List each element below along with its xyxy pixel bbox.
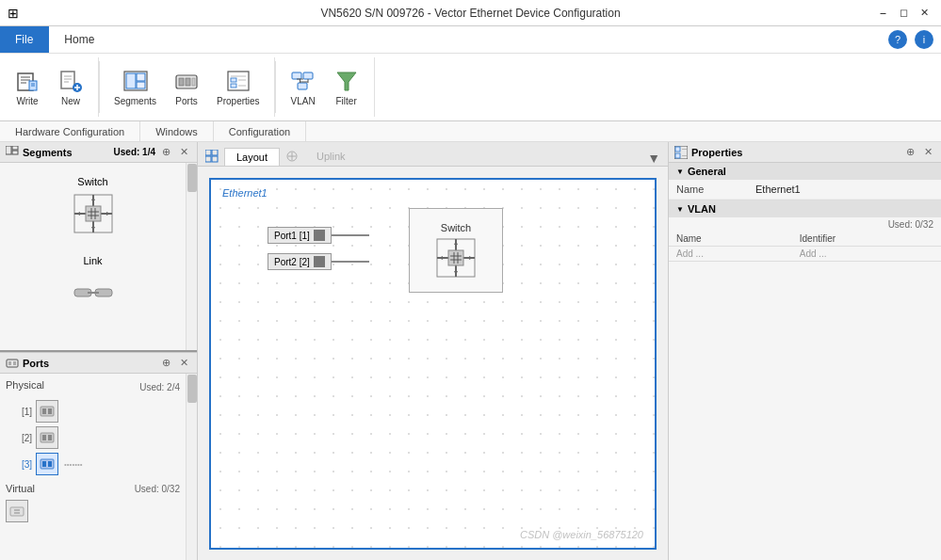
svg-rect-71 [205,150,211,155]
segments-panel-body: Switch [0,163,197,350]
restore-button[interactable]: ◻ [894,4,913,23]
close-button[interactable]: ✕ [915,4,933,23]
name-prop-label: Name [676,184,752,195]
port-item-1[interactable]: [1] [6,400,180,423]
tab-file[interactable]: File [0,26,49,53]
switch-canvas-label: Switch [441,222,471,233]
svg-rect-24 [231,78,236,82]
vlan-col-name: Name [669,232,792,247]
vlan-section: ▼ VLAN Used: 0/32 Name Identifier [669,200,941,262]
segments-pin-btn[interactable]: ⊕ [159,145,173,159]
svg-rect-20 [186,78,190,86]
write-button[interactable]: Write [8,63,47,112]
segments-scroll-thumb [187,164,197,192]
properties-header-right: ⊕ ✕ [903,145,935,159]
virtual-section: Virtual Used: 0/32 [6,483,180,522]
virtual-used: Used: 0/32 [135,484,180,494]
svg-rect-60 [42,408,46,414]
center-panel-close-btn[interactable]: ▼ [640,151,668,166]
port2-box: Port2 [2] [268,253,332,270]
segments-close-btn[interactable]: ✕ [177,145,191,159]
filter-btn-icon [333,68,360,94]
name-row: Name Ethernet1 [669,180,941,200]
properties-pin-btn[interactable]: ⊕ [903,145,917,159]
port-item-3[interactable]: [3] ••••••• [6,453,180,475]
svg-rect-30 [298,83,307,89]
svg-marker-85 [454,271,458,275]
switch-label: Switch [77,176,107,187]
segments-title: Segments [23,147,73,158]
svg-marker-46 [91,227,95,231]
vlan-add-row[interactable]: Add ... Add ... [669,247,941,262]
ribbon-group-config-items: VLAN Filter [284,57,366,117]
new-icon [57,68,84,94]
ports-btn-icon [173,68,200,94]
port-item-2[interactable]: [2] [6,426,180,449]
svg-rect-74 [212,156,218,162]
ports-panel-icon [6,357,19,370]
ports-scrollbar[interactable] [186,374,197,560]
vlan-button[interactable]: VLAN [284,63,323,112]
general-section-header[interactable]: ▼ General [669,163,941,180]
ports-pin-btn[interactable]: ⊕ [159,356,173,370]
virtual-port-item[interactable] [6,500,180,522]
svg-marker-48 [106,212,110,216]
ports-content: Physical Used: 2/4 [1] [0,374,197,560]
segments-button[interactable]: Segments [107,63,163,112]
svg-rect-7 [61,72,74,88]
svg-marker-84 [454,241,458,245]
vlan-table: Name Identifier Add ... Add ... [669,232,941,261]
ports-panel-header: Ports ⊕ ✕ [0,353,197,374]
port2-connector[interactable]: Port2 [2] [268,253,369,270]
properties-close-btn[interactable]: ✕ [921,145,935,159]
vlan-section-header[interactable]: ▼ VLAN [669,200,941,217]
port2-icon [36,426,58,449]
general-collapse-icon: ▼ [676,168,684,176]
window-title: VN5620 S/N 009726 - Vector Ethernet Devi… [320,7,620,20]
ribbon-group-items: Write New [8,57,90,117]
properties-header-left: Properties [674,146,742,159]
main-layout: Segments Used: 1/4 ⊕ ✕ Switch [0,142,941,560]
svg-rect-28 [292,72,301,79]
section-hardware: Hardware Configuration [0,121,140,141]
svg-rect-19 [179,78,184,86]
port3-dots: ••••••• [64,460,83,469]
svg-rect-15 [126,73,136,88]
name-prop-value: Ethernet1 [752,183,933,196]
segments-panel-header: Segments Used: 1/4 ⊕ ✕ [0,142,197,163]
segments-used: Used: 1/4 [114,147,155,157]
properties-panel-header: Properties ⊕ ✕ [669,142,941,163]
segment-switch[interactable]: Switch [8,170,178,242]
vlan-used-row: Used: 0/32 [669,217,941,232]
conn-line-1 [332,234,369,236]
filter-button[interactable]: Filter [327,63,366,112]
svg-marker-47 [76,212,80,216]
segment-link[interactable]: Link [8,249,178,321]
general-section: ▼ General Name Ethernet1 [669,163,941,200]
ports-header-left: Ports [6,357,49,370]
ports-close-btn[interactable]: ✕ [177,356,191,370]
virtual-header: Virtual Used: 0/32 [6,483,180,494]
vlan-collapse-icon: ▼ [676,205,684,214]
info-icon[interactable]: i [915,30,933,49]
svg-rect-68 [10,507,24,516]
ports-inner: Physical Used: 2/4 [1] [0,374,186,560]
tab-home[interactable]: Home [49,26,110,53]
svg-rect-93 [675,147,680,152]
virtual-label: Virtual [6,483,35,494]
center-tabs-inner: Layout Uplink [198,147,358,166]
ribbon: File Home ? i [0,26,941,121]
port1-connector[interactable]: Port1 [1] [268,227,369,244]
tab-layout[interactable]: Layout [224,148,280,166]
virtual-port-icon [6,500,28,522]
segments-scrollbar[interactable] [186,163,197,350]
properties-title: Properties [691,147,742,158]
svg-rect-66 [42,461,46,467]
help-icon[interactable]: ? [888,30,907,49]
svg-rect-36 [6,146,11,154]
ports-button[interactable]: Ports [167,63,206,112]
new-button[interactable]: New [51,63,90,112]
properties-button[interactable]: Properties [210,63,267,112]
minimize-button[interactable]: ‒ [873,4,892,23]
switch-canvas-box[interactable]: Switch [409,208,503,293]
